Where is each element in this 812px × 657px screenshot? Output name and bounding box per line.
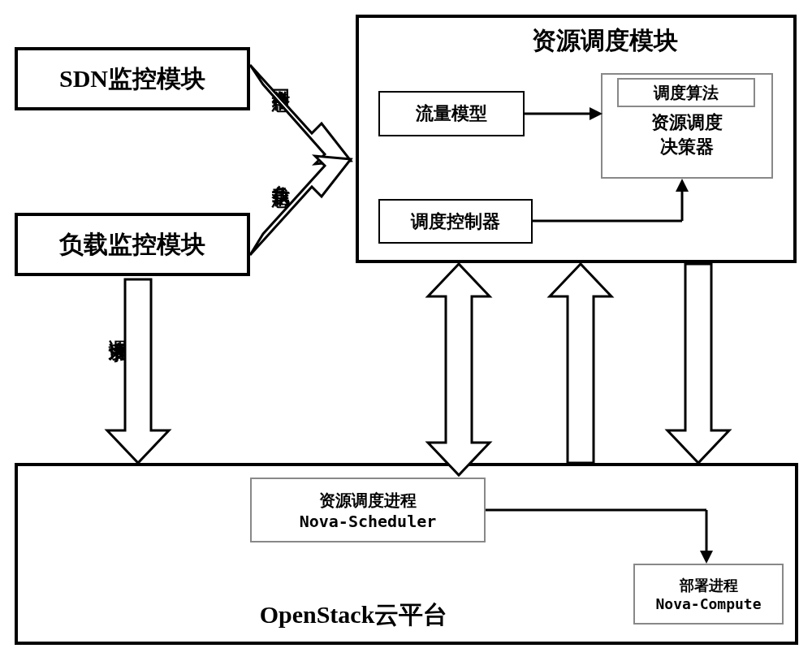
quota-info-arrow: [550, 264, 611, 463]
schedule-controller-label: 调度控制器: [411, 210, 500, 234]
nova-scheduler-line2: Nova-Scheduler: [300, 512, 437, 531]
nova-compute-line2: Nova-Compute: [655, 595, 761, 612]
openstack-title: OpenStack云平台: [260, 599, 448, 632]
quota-info-label: 配额信息: [571, 325, 595, 331]
network-info-arrow: [250, 65, 351, 164]
schedule-request-label: 调度请求: [106, 325, 130, 331]
network-info-label: 网络信息: [269, 75, 293, 81]
svg-marker-10: [107, 279, 169, 463]
nova-compute-line1: 部署进程: [680, 576, 738, 595]
sdn-monitor-label: SDN监控模块: [59, 63, 205, 96]
nova-scheduler-box: 资源调度进程 Nova-Scheduler: [250, 478, 486, 542]
nova-compute-box: 部署进程 Nova-Compute: [633, 564, 784, 625]
schedule-controller-box: 调度控制器: [378, 199, 533, 244]
traffic-model-box: 流量模型: [378, 91, 525, 136]
decision-result-label: 决策结果: [689, 325, 713, 331]
load-monitor-label: 负载监控模块: [59, 228, 205, 262]
traffic-model-label: 流量模型: [416, 102, 487, 126]
decision-maker-label2: 决策器: [660, 135, 714, 159]
decision-result-arrow: [667, 264, 729, 463]
load-info-arrow: [250, 156, 351, 255]
decision-maker-label1: 资源调度: [651, 110, 723, 135]
svg-marker-9: [250, 156, 351, 255]
nova-scheduler-line1: 资源调度进程: [319, 490, 417, 512]
svg-marker-12: [550, 264, 611, 463]
sdn-monitor-box: SDN监控模块: [15, 47, 250, 110]
schedule-algorithm-label: 调度算法: [654, 82, 719, 104]
schedule-algorithm-box: 调度算法: [617, 78, 755, 107]
svg-marker-8: [250, 65, 351, 164]
schedule-request-arrow: [107, 279, 169, 463]
svg-marker-11: [428, 264, 490, 475]
control-info-label: 控制信息: [451, 325, 475, 331]
load-info-label: 负载信息: [269, 171, 293, 177]
control-info-arrow: [428, 264, 490, 475]
resource-schedule-title: 资源调度模块: [532, 24, 678, 58]
svg-marker-13: [667, 264, 729, 463]
load-monitor-box: 负载监控模块: [15, 213, 250, 276]
